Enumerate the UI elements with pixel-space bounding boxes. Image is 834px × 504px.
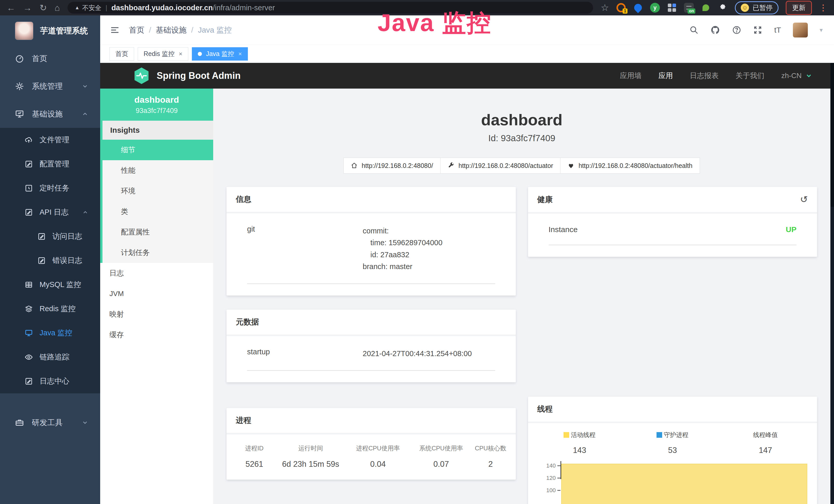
sidebar-item-access-logs[interactable]: 访问日志 [0,224,100,249]
tag-tab-redis-monitor[interactable]: Redis 监控× [138,47,188,61]
close-icon[interactable]: × [238,50,242,58]
reload-icon[interactable]: ↻ [40,3,47,12]
sidebar-item-scheduled-jobs[interactable]: 定时任务 [0,176,100,200]
home-icon[interactable]: ⌂ [55,3,60,12]
page-title: dashboard [213,111,830,129]
sidebar-item-system-mgmt[interactable]: 系统管理 [0,72,100,100]
extension-icon-switch[interactable]: on [684,3,694,13]
extension-icon-leaf[interactable] [701,3,711,13]
app-logo[interactable]: 芋道管理系统 [0,16,100,40]
vertical-scrollbar[interactable] [830,63,834,504]
user-avatar[interactable] [793,23,808,38]
sba-menu-config-props[interactable]: 配置属性 [103,222,213,243]
extensions-puzzle-icon[interactable] [718,3,728,13]
extension-icon-grid[interactable] [667,3,677,13]
chevron-up-icon [82,111,88,117]
health-url-button[interactable]: http://192.168.0.2:48080/actuator/health [560,158,700,174]
service-url-button[interactable]: http://192.168.0.2:48080/ [344,158,440,174]
search-icon[interactable] [689,25,699,35]
sba-main-content: dashboard Id: 93a3fc7f7409 http://192.16… [213,89,830,504]
profile-paused-chip[interactable]: ☺已暂停 [735,1,778,15]
user-menu-caret-icon[interactable]: ▾ [820,26,823,33]
sba-menu-environment[interactable]: 环境 [103,181,213,201]
sidebar-item-dev-tools[interactable]: 研发工具 [0,409,100,436]
extension-icon-pin[interactable] [633,3,643,13]
sba-menu-details[interactable]: 细节 [103,140,213,160]
sba-menu-metrics[interactable]: 性能 [103,160,213,181]
sba-locale-select[interactable]: zh-CN [781,72,812,80]
bookmark-star-icon[interactable]: ☆ [601,2,609,13]
browser-menu-icon[interactable]: ⋮ [819,3,827,13]
not-secure-warning[interactable]: ▲不安全 [75,4,102,12]
font-size-icon[interactable]: tT [774,26,781,35]
sba-menu-scheduled-tasks[interactable]: 计划任务 [103,243,213,263]
sidebar-item-home[interactable]: 首页 [0,45,100,72]
instance-id-line: Id: 93a3fc7f7409 [213,133,830,143]
sba-nav-wallboard[interactable]: 应用墙 [620,71,642,81]
sidebar-item-infrastructure[interactable]: 基础设施 [0,100,100,128]
sidebar-item-log-center[interactable]: 日志中心 [0,369,100,393]
breadcrumb-infrastructure[interactable]: 基础设施 [156,25,186,36]
forward-icon[interactable]: → [23,3,32,12]
fullscreen-icon[interactable] [753,25,762,35]
threads-area-fill [561,464,808,504]
tag-tab-home[interactable]: 首页 [109,47,134,61]
profile-emoji-icon: ☺ [741,4,749,12]
sba-nav-journal[interactable]: 日志报表 [690,71,719,81]
sba-menu-section-insights: Insights [103,121,213,140]
tag-tab-java-monitor[interactable]: Java 监控× [192,47,248,61]
extension-icon-green-y[interactable]: y [650,3,660,13]
back-icon[interactable]: ← [7,3,16,12]
sba-menu-classes[interactable]: 类 [103,201,213,222]
threads-daemon-value: 53 [668,446,677,455]
layers-icon [25,305,33,313]
sba-header: Spring Boot Admin 应用墙 应用 日志报表 关于我们 zh-CN [100,63,834,89]
info-row-value: commit: time: 1596289704000 id: 27aa832 … [363,225,443,273]
warning-icon: ▲ [75,5,80,10]
sidebar-item-file-mgmt[interactable]: 文件管理 [0,128,100,152]
threads-chart: 140 120 100 [543,463,808,504]
sba-menu-caches[interactable]: 缓存 [100,324,213,345]
address-bar[interactable]: ▲不安全 | dashboard.yudao.iocoder.cn/infra/… [68,2,593,14]
breadcrumb-home[interactable]: 首页 [129,25,144,36]
chrome-update-button[interactable]: 更新 [786,1,812,15]
edit-icon [25,208,33,216]
health-history-icon[interactable]: ↺ [800,194,808,205]
sidebar-item-error-logs[interactable]: 错误日志 [0,249,100,273]
sidebar-item-tracing[interactable]: 链路追踪 [0,345,100,369]
sba-sidebar: dashboard 93a3fc7f7409 Insights 细节 性能 环境… [100,89,213,504]
sba-menu-mappings[interactable]: 映射 [100,304,213,324]
chevron-down-icon [82,419,88,426]
actuator-url-button[interactable]: http://192.168.0.2:48080/actuator [440,158,561,174]
wrench-icon [448,162,454,169]
sidebar-item-config-mgmt[interactable]: 配置管理 [0,152,100,176]
sba-nav-applications[interactable]: 应用 [659,71,673,81]
help-icon[interactable] [732,25,741,35]
sba-instance-panel[interactable]: dashboard 93a3fc7f7409 [100,89,213,121]
health-instance-row[interactable]: Instance UP [549,225,797,234]
info-card: 信息 git commit: time: 1596289704000 id: 2… [226,187,516,296]
scrollbar-thumb[interactable] [830,63,834,207]
heart-icon [568,162,574,169]
sba-brand[interactable]: Spring Boot Admin [157,70,241,81]
sidebar-item-redis-monitor[interactable]: Redis 监控 [0,297,100,321]
close-icon[interactable]: × [179,50,182,58]
briefcase-icon [15,418,24,427]
hamburger-icon[interactable] [110,25,120,35]
row-divider [549,245,797,245]
url-path: /infra/admin-server [213,4,275,12]
dashboard-icon [15,54,24,63]
extension-icon-orange[interactable]: 1 [616,3,626,13]
threads-chart-plot [561,463,808,504]
sidebar-item-api-logs[interactable]: API 日志 [0,200,100,224]
github-icon[interactable] [710,25,720,35]
sba-menu-jvm[interactable]: JVM [100,283,213,304]
sidebar-item-mysql-monitor[interactable]: MySQL 监控 [0,273,100,297]
threads-legend: 活动线程 143 守护进程 53 线程峰值 147 [528,423,817,455]
sidebar-item-java-monitor[interactable]: Java 监控 [0,321,100,345]
sba-nav-about[interactable]: 关于我们 [736,71,764,81]
breadcrumb-current: Java 监控 [198,25,232,36]
sba-menu-logs[interactable]: 日志 [100,263,213,283]
legend-swatch-daemon [657,432,662,438]
edit-icon [25,377,33,385]
